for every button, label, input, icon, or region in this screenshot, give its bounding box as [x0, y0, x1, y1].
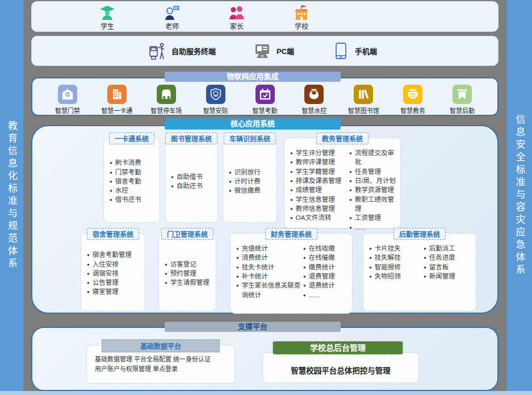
smart-campus-architecture-diagram: 教育信息化标准与规范体系 信息安全标准与容灾应急体系 学生: [0, 0, 532, 395]
one-card-icon: [107, 85, 127, 104]
iot-label: 智慧停车场: [146, 106, 187, 115]
iot-label: 智慧教务: [392, 106, 433, 115]
iot-label: 智慧图书馆: [343, 106, 384, 115]
school-backend-title: 学校总后台管理: [273, 341, 403, 355]
terminal-item-pc: PC端: [253, 43, 294, 60]
system-box-one-card: 一卡通系统 ●刷卡消费●门禁考勤●宿舍考勤●水控●借书还书: [103, 138, 160, 223]
parents-icon: [228, 5, 245, 20]
base-data-platform-box: 基础数据平台 基础数据管理 平台全局配置 统一身份认证 用户账户与权限管理 单点…: [86, 345, 235, 384]
system-item-list: ●自助借书●自助还书: [171, 144, 214, 219]
terminal-item-kiosk: 自助服务终端: [148, 41, 216, 61]
iot-label: 智慧考勤: [245, 106, 286, 115]
iot-item-library: 智慧图书馆: [343, 85, 384, 115]
iot-label: 智慧后勤: [442, 106, 483, 115]
system-title: 门卫管理系统: [161, 228, 213, 240]
system-box-logistics: 后勤管理系统 ●卡片挂失●挂失解挂●智能报修●失物招领 ●后勤派工●任务进度●留…: [363, 233, 476, 311]
right-security-bar: 信息安全标准与容灾应急体系: [506, 0, 532, 391]
logistics-banner-icon: [453, 85, 472, 104]
system-title: 教务管理系统: [316, 132, 368, 144]
user-item-teacher: 老师: [155, 5, 189, 31]
iot-item-attendance: 智慧考勤: [245, 85, 286, 115]
school-icon: [293, 5, 310, 20]
user-item-parent: 家长: [220, 5, 254, 31]
system-item-list: ●访客登记●预约管理●学生请假管理: [165, 239, 212, 307]
base-platform-line: 基础数据管理 平台全局配置 统一身份认证: [95, 355, 230, 364]
iot-item-security: 智慧安防: [195, 85, 236, 115]
academic-printer-icon: [403, 85, 422, 104]
system-title: 后勤管理系统: [393, 228, 446, 240]
system-item-list: ●识别放行●计时计费●微信缴费: [229, 144, 273, 219]
support-platform-panel: 基础数据平台 基础数据管理 平台全局配置 统一身份认证 用户账户与权限管理 单点…: [31, 327, 499, 391]
system-title: 图书管理系统: [165, 132, 217, 144]
system-item-list: ●卡片挂失●挂失解挂●智能报修●失物招领: [369, 244, 424, 307]
user-label: 家长: [220, 21, 254, 31]
terminal-item-mobile: 手机端: [332, 42, 377, 60]
iot-label: 智慧安防: [195, 106, 236, 115]
iot-label: 智慧门禁: [47, 106, 88, 115]
iot-item-one-card: 智慧一卡通: [97, 85, 137, 115]
user-label: 学校: [284, 21, 319, 31]
terminal-label: 手机端: [355, 45, 377, 56]
iot-item-parking: 智慧停车场: [146, 85, 187, 115]
iot-section-title: 物联网应用集成: [165, 72, 341, 82]
iot-item-water-control: 智慧水控: [294, 85, 334, 115]
system-item-list: ●学生评分管理●教师评课管理●学生学籍管理●排课及课表管理●成绩管理●学生信息管…: [290, 148, 349, 224]
system-item-list: ●宿舍考勤管理●入住安排●调宿安排●公告管理●寝室管理: [87, 239, 141, 307]
system-box-gatekeeper: 门卫管理系统 ●访客登记●预约管理●学生请假管理: [158, 233, 216, 311]
user-label: 学生: [90, 21, 124, 31]
system-title: 车辆识别系统: [224, 132, 276, 144]
support-section-title: 支撑平台: [165, 322, 341, 332]
diagram-content: 学生 老师: [31, 0, 499, 395]
iot-label: 智慧水控: [294, 106, 334, 115]
library-books-icon: [354, 85, 373, 104]
system-item-list: ●在线收缴●在线催缴●缴费统计●退费管理●退费统计●......: [303, 244, 335, 310]
system-box-academic-affairs: 教务管理系统 ●学生评分管理●教师评课管理●学生学籍管理●排课及课表管理●成绩管…: [284, 138, 401, 228]
system-title: 一卡通系统: [109, 132, 154, 144]
system-title: 宿舍管理系统: [87, 228, 139, 240]
iot-label: 智慧一卡通: [97, 106, 137, 115]
security-shield-icon: [206, 85, 225, 104]
left-standards-bar: 教育信息化标准与规范体系: [0, 0, 24, 391]
student-icon: [99, 5, 116, 20]
system-box-dormitory: 宿舍管理系统 ●宿舍考勤管理●入住安排●调宿安排●公告管理●寝室管理: [81, 233, 145, 311]
users-panel: 学生 老师: [31, 1, 499, 32]
attendance-calendar-icon: [255, 85, 275, 104]
self-service-kiosk-icon: [148, 41, 166, 61]
left-standards-label: 教育信息化标准与规范体系: [5, 120, 19, 271]
core-systems-panel: 一卡通系统 ●刷卡消费●门禁考勤●宿舍考勤●水控●借书还书 图书管理系统 ●自助…: [31, 125, 499, 314]
system-title: 财务管理系统: [265, 228, 317, 240]
school-backend-desc: 智慧校园平台总体把控与管理: [291, 360, 391, 376]
door-access-icon: [58, 85, 77, 104]
iot-item-logistics: 智慧后勤: [442, 85, 483, 115]
terminal-label: PC端: [277, 45, 294, 56]
system-item-list: ●后勤派工●任务进度●留言板●新闻管理: [424, 244, 455, 307]
parking-icon: [157, 85, 176, 104]
teacher-icon: [164, 5, 181, 20]
core-section-title: 核心应用系统: [165, 118, 341, 130]
system-item-list: ●刷卡消费●门禁考勤●宿舍考勤●水控●借书还书: [110, 144, 156, 219]
system-item-list: ●流程提交及审批●任务管理●日/周、月计划●教学资源管理●教职工绩效管理●工资管…: [349, 148, 397, 224]
system-box-vehicle: 车辆识别系统 ●识别放行●计时计费●微信缴费: [223, 138, 277, 223]
iot-panel: 智慧门禁 智慧一卡通: [31, 77, 499, 116]
terminals-panel: 自助服务终端 PC端: [31, 36, 499, 66]
base-data-platform-title: 基础数据平台: [102, 339, 220, 352]
system-box-library: 图书管理系统 ●自助借书●自助还书: [165, 138, 218, 223]
user-item-student: 学生: [90, 5, 124, 31]
terminal-label: 自助服务终端: [171, 45, 216, 56]
school-backend-box: 智慧校园平台总体把控与管理: [262, 352, 419, 383]
base-platform-line: 用户账户与权限管理 单点登录: [95, 364, 230, 374]
pc-icon: [253, 43, 271, 60]
system-box-finance: 财务管理系统 ●充值统计●消费统计●挂失卡统计●补卡统计●学生家长信息关联查询统…: [230, 233, 353, 314]
iot-item-academic: 智慧教务: [392, 85, 433, 115]
iot-item-door-access: 智慧门禁: [47, 85, 88, 115]
mobile-phone-icon: [332, 42, 350, 60]
water-control-icon: [304, 85, 324, 104]
right-security-label: 信息安全标准与容灾应急体系: [513, 114, 527, 277]
user-item-school: 学校: [284, 5, 319, 31]
user-label: 老师: [155, 21, 189, 31]
system-item-list: ●充值统计●消费统计●挂失卡统计●补卡统计●学生家长信息关联查询统计: [236, 244, 303, 310]
